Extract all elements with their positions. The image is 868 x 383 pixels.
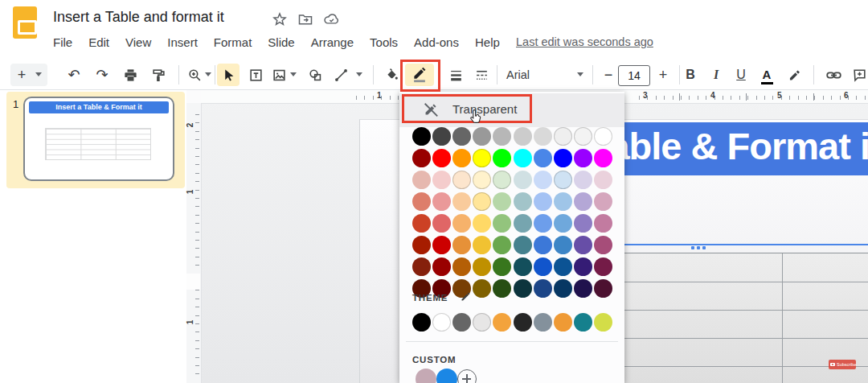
color-swatch[interactable] xyxy=(554,127,572,146)
color-swatch[interactable] xyxy=(554,171,572,189)
color-swatch[interactable] xyxy=(432,192,451,211)
paint-format-button[interactable] xyxy=(148,64,169,85)
font-size-input[interactable]: 14 xyxy=(618,65,650,86)
color-swatch[interactable] xyxy=(452,149,471,167)
menu-help[interactable]: Help xyxy=(475,35,500,49)
new-slide-caret-icon[interactable] xyxy=(35,72,42,76)
color-swatch[interactable] xyxy=(412,171,431,189)
theme-color-swatch[interactable] xyxy=(514,313,532,332)
color-swatch[interactable] xyxy=(534,214,552,233)
color-swatch[interactable] xyxy=(493,127,511,146)
color-swatch[interactable] xyxy=(412,149,431,167)
redo-button[interactable]: ↷ xyxy=(92,64,113,85)
color-swatch[interactable] xyxy=(473,279,491,298)
color-swatch[interactable] xyxy=(574,236,592,254)
color-swatch[interactable] xyxy=(534,279,552,298)
font-family-select[interactable]: Arial xyxy=(506,68,530,81)
color-swatch[interactable] xyxy=(534,236,552,254)
color-swatch[interactable] xyxy=(554,257,572,276)
color-swatch[interactable] xyxy=(493,279,511,298)
move-to-folder-icon[interactable] xyxy=(297,11,313,27)
color-swatch[interactable] xyxy=(514,127,532,146)
menu-file[interactable]: File xyxy=(53,35,72,49)
color-swatch[interactable] xyxy=(594,279,612,298)
color-swatch[interactable] xyxy=(473,236,491,254)
theme-color-swatch[interactable] xyxy=(594,313,612,332)
color-swatch[interactable] xyxy=(514,192,532,211)
color-swatch[interactable] xyxy=(412,257,431,276)
color-swatch[interactable] xyxy=(412,127,431,146)
insert-link-button[interactable] xyxy=(823,64,844,85)
color-swatch[interactable] xyxy=(534,171,552,189)
color-swatch[interactable] xyxy=(534,192,552,211)
color-swatch[interactable] xyxy=(452,214,471,233)
color-swatch[interactable] xyxy=(514,149,532,167)
color-swatch[interactable] xyxy=(514,279,532,298)
color-swatch[interactable] xyxy=(473,214,491,233)
color-swatch[interactable] xyxy=(412,214,431,233)
add-comment-button[interactable] xyxy=(849,64,868,85)
new-slide-button[interactable]: + xyxy=(11,64,32,85)
insert-line-button[interactable] xyxy=(330,64,351,85)
color-swatch[interactable] xyxy=(514,171,532,189)
zoom-button[interactable] xyxy=(184,64,205,85)
menu-arrange[interactable]: Arrange xyxy=(311,35,354,49)
color-swatch[interactable] xyxy=(594,171,612,189)
menu-addons[interactable]: Add-ons xyxy=(414,35,459,49)
color-swatch[interactable] xyxy=(473,171,491,189)
menu-view[interactable]: View xyxy=(125,35,151,49)
color-swatch[interactable] xyxy=(514,236,532,254)
color-swatch[interactable] xyxy=(514,257,532,276)
custom-color-swatch[interactable] xyxy=(416,369,436,383)
menu-format[interactable]: Format xyxy=(214,35,252,49)
color-swatch[interactable] xyxy=(432,171,451,189)
theme-color-swatch[interactable] xyxy=(493,313,511,332)
color-swatch[interactable] xyxy=(412,192,431,211)
last-edit-link[interactable]: Last edit was seconds ago xyxy=(516,35,653,48)
color-swatch[interactable] xyxy=(493,149,511,167)
table-drag-handle[interactable] xyxy=(691,246,707,250)
color-swatch[interactable] xyxy=(554,149,572,167)
color-swatch[interactable] xyxy=(473,149,491,167)
italic-button[interactable]: I xyxy=(706,64,727,85)
color-swatch[interactable] xyxy=(594,192,612,211)
fill-color-button[interactable] xyxy=(381,64,402,85)
add-custom-color-button[interactable] xyxy=(457,369,477,383)
color-swatch[interactable] xyxy=(574,149,592,167)
color-swatch[interactable] xyxy=(534,257,552,276)
theme-color-swatch[interactable] xyxy=(432,313,451,332)
menu-edit[interactable]: Edit xyxy=(88,35,109,49)
color-swatch[interactable] xyxy=(452,192,471,211)
color-swatch[interactable] xyxy=(432,214,451,233)
print-button[interactable] xyxy=(120,64,141,85)
color-swatch[interactable] xyxy=(594,257,612,276)
color-swatch[interactable] xyxy=(452,236,471,254)
color-swatch[interactable] xyxy=(534,127,552,146)
bold-button[interactable]: B xyxy=(680,64,701,85)
font-size-decrease-button[interactable]: − xyxy=(598,64,619,85)
color-swatch[interactable] xyxy=(554,236,572,254)
theme-color-swatch[interactable] xyxy=(412,313,431,332)
color-swatch[interactable] xyxy=(554,192,572,211)
color-swatch[interactable] xyxy=(534,149,552,167)
color-swatch[interactable] xyxy=(574,279,592,298)
color-swatch[interactable] xyxy=(493,171,511,189)
color-swatch[interactable] xyxy=(574,127,592,146)
color-swatch[interactable] xyxy=(554,214,572,233)
color-swatch[interactable] xyxy=(412,236,431,254)
color-swatch[interactable] xyxy=(452,171,471,189)
cloud-saved-icon[interactable] xyxy=(323,11,339,27)
insert-image-button[interactable] xyxy=(268,64,289,85)
theme-color-swatch[interactable] xyxy=(473,313,491,332)
color-swatch[interactable] xyxy=(432,257,451,276)
color-swatch[interactable] xyxy=(493,214,511,233)
color-swatch[interactable] xyxy=(452,257,471,276)
color-swatch[interactable] xyxy=(574,192,592,211)
menu-tools[interactable]: Tools xyxy=(370,35,398,49)
border-dash-button[interactable] xyxy=(471,64,492,85)
document-title[interactable]: Insert a Table and format it xyxy=(53,9,224,26)
color-swatch[interactable] xyxy=(594,149,612,167)
theme-color-swatch[interactable] xyxy=(574,313,592,332)
color-swatch[interactable] xyxy=(432,127,451,146)
color-swatch[interactable] xyxy=(594,127,612,146)
